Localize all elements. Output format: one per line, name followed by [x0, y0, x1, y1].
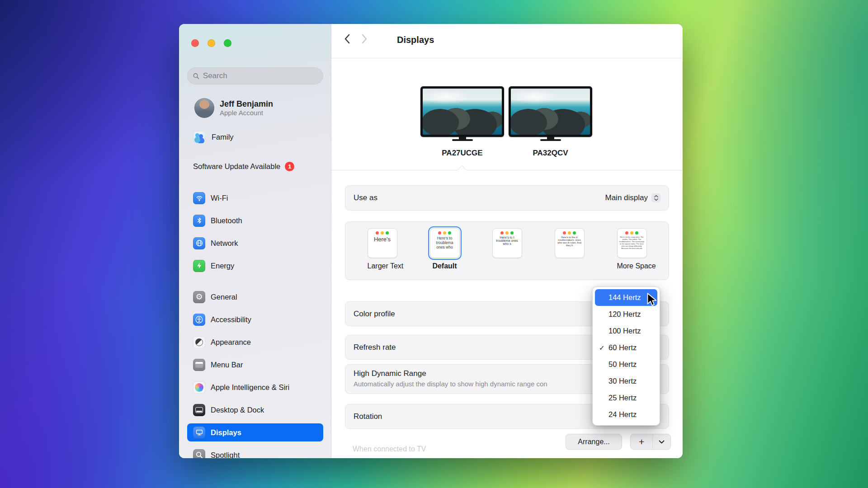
scaling-option-label: Larger Text — [368, 262, 397, 270]
gear-icon: ⚙ — [193, 291, 205, 303]
scaling-options-row: Here's Larger Text Here's to troublema o… — [345, 221, 669, 280]
sidebar-item-label: Apple Intelligence & Siri — [211, 383, 289, 392]
menu-item-30-hertz[interactable]: 30 Hertz — [595, 373, 657, 389]
monitor-pa32qcv[interactable] — [509, 86, 592, 141]
close-button[interactable] — [191, 39, 199, 47]
scaling-option-label: More Space — [617, 262, 647, 270]
scaling-option-label: Default — [430, 262, 460, 270]
checkmark-icon: ✓ — [599, 344, 605, 352]
selected-display-notch — [458, 165, 467, 174]
sidebar-item-label: Spotlight — [211, 451, 240, 459]
scaling-preview-text: Here's to t troublema ones who s — [493, 235, 522, 245]
menu-item-50-hertz[interactable]: 50 Hertz — [595, 356, 657, 373]
profile-name: Jeff Benjamin — [220, 99, 273, 109]
sidebar-item-general[interactable]: ⚙ General — [187, 288, 323, 306]
appearance-icon — [193, 336, 205, 348]
add-display-split-button: + — [630, 434, 671, 450]
menu-item-24-hertz[interactable]: 24 Hertz — [595, 406, 657, 423]
sidebar-item-family[interactable]: Family — [187, 129, 323, 145]
sidebar-item-accessibility[interactable]: Accessibility — [187, 310, 323, 328]
bolt-icon — [193, 260, 205, 272]
menu-item-120-hertz[interactable]: 120 Hertz — [595, 306, 657, 323]
menu-item-25-hertz[interactable]: 25 Hertz — [595, 389, 657, 406]
sidebar-item-label: Menu Bar — [211, 361, 243, 369]
rotation-label: Rotation — [354, 412, 382, 421]
use-as-popup[interactable]: Main display — [605, 193, 661, 202]
scaling-option-default[interactable]: Here's to troublema ones who Default — [430, 228, 460, 280]
refresh-rate-menu: 144 Hertz 120 Hertz 100 Hertz ✓ 60 Hertz… — [592, 286, 660, 426]
software-update-badge: 1 — [285, 162, 294, 171]
display-icon — [193, 427, 205, 439]
sidebar-item-displays[interactable]: Displays — [187, 423, 323, 441]
family-label: Family — [212, 133, 234, 141]
system-settings-window: Jeff Benjamin Apple Account Family Softw… — [179, 24, 683, 458]
page-title: Displays — [397, 35, 434, 45]
search-field[interactable] — [187, 67, 323, 84]
scaling-option-3[interactable]: Here's to t troublema ones who s — [492, 228, 522, 280]
scaling-option-larger-text[interactable]: Here's Larger Text — [368, 228, 397, 280]
sidebar: Jeff Benjamin Apple Account Family Softw… — [179, 24, 331, 458]
sidebar-item-label: Displays — [211, 428, 241, 437]
sidebar-item-label: Bluetooth — [211, 216, 242, 225]
accessibility-icon — [193, 314, 205, 326]
scaling-option-4[interactable]: Here's to the cr troublemakers, ones who… — [555, 228, 585, 280]
arrange-button[interactable]: Arrange... — [566, 434, 622, 450]
menu-item-100-hertz[interactable]: 100 Hertz — [595, 323, 657, 339]
add-display-button[interactable]: + — [631, 434, 653, 449]
chevron-up-down-icon — [651, 193, 660, 202]
use-as-value: Main display — [605, 193, 648, 202]
globe-icon — [193, 237, 205, 249]
monitor-bezel — [509, 86, 592, 137]
zoom-button[interactable] — [224, 39, 231, 47]
color-profile-label: Color profile — [354, 310, 395, 319]
sidebar-item-spotlight[interactable]: Spotlight — [187, 446, 323, 458]
refresh-rate-label: Refresh rate — [354, 343, 396, 352]
spotlight-icon — [193, 449, 205, 459]
sidebar-item-bluetooth[interactable]: Bluetooth — [187, 211, 323, 230]
chevron-down-icon — [659, 440, 665, 444]
monitor-name: PA32QCV — [509, 149, 592, 158]
menu-bar-icon — [193, 359, 205, 371]
software-update-row[interactable]: Software Update Available 1 — [187, 160, 323, 173]
scaling-option-more-space[interactable]: Here's to the crazy ones. The misfits. T… — [617, 228, 647, 280]
sidebar-item-label: Appearance — [211, 338, 251, 347]
main-pane: Displays PA27UCGE PA32QCV Use as — [331, 24, 683, 458]
apple-account-row[interactable]: Jeff Benjamin Apple Account — [187, 97, 323, 119]
software-update-label: Software Update Available — [193, 162, 280, 171]
menu-item-60-hertz[interactable]: ✓ 60 Hertz — [595, 339, 657, 356]
monitor-bezel — [420, 86, 504, 137]
minimize-button[interactable] — [208, 39, 215, 47]
search-input[interactable] — [203, 71, 317, 80]
scaling-preview-text: Here's — [368, 235, 397, 243]
monitor-stand-base — [452, 139, 473, 141]
siri-icon — [193, 381, 205, 394]
add-display-menu-button[interactable] — [653, 434, 670, 449]
traffic-lights — [191, 39, 231, 47]
displays-content: PA27UCGE PA32QCV Use as Main display — [331, 58, 683, 458]
use-as-row: Use as Main display — [345, 185, 669, 211]
plus-icon: + — [639, 436, 644, 447]
sidebar-item-energy[interactable]: Energy — [187, 257, 323, 275]
wifi-icon — [193, 192, 205, 204]
monitor-stand-base — [540, 139, 561, 141]
monitor-wallpaper — [423, 89, 502, 135]
bluetooth-icon — [193, 215, 205, 227]
desktop-dock-icon — [193, 404, 205, 416]
sidebar-item-label: Desktop & Dock — [211, 406, 264, 414]
back-button[interactable] — [344, 34, 350, 44]
sidebar-item-wifi[interactable]: Wi-Fi — [187, 189, 323, 207]
when-connected-to-tv-label: When connected to TV — [353, 445, 426, 453]
profile-subtitle: Apple Account — [220, 109, 273, 117]
forward-button[interactable] — [362, 34, 368, 44]
section-divider — [331, 170, 683, 170]
scaling-preview-text: Here's to the crazy ones. The misfits. T… — [618, 235, 646, 249]
sidebar-group-system: ⚙ General Accessibility Appearance Menu … — [187, 288, 323, 458]
sidebar-item-apple-intelligence-siri[interactable]: Apple Intelligence & Siri — [187, 378, 323, 396]
monitor-pa27ucge[interactable] — [420, 86, 504, 141]
sidebar-group-connectivity: Wi-Fi Bluetooth Network Energy — [187, 189, 323, 279]
sidebar-item-desktop-dock[interactable]: Desktop & Dock — [187, 401, 323, 419]
sidebar-item-menu-bar[interactable]: Menu Bar — [187, 356, 323, 374]
monitor-wallpaper — [511, 89, 590, 135]
sidebar-item-appearance[interactable]: Appearance — [187, 333, 323, 351]
sidebar-item-network[interactable]: Network — [187, 234, 323, 252]
